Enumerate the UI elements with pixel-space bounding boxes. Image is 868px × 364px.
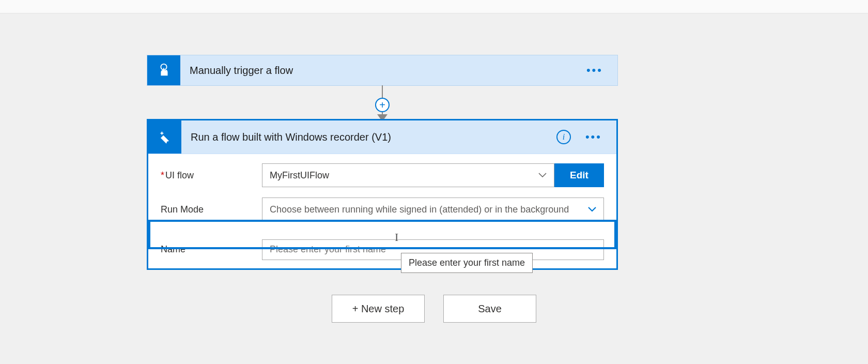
trigger-menu-icon[interactable]: ••• — [586, 68, 603, 73]
chevron-down-icon — [588, 207, 596, 212]
edit-button[interactable]: Edit — [554, 163, 604, 187]
cursor-sparkle-icon — [148, 120, 181, 154]
uiflow-label: *UI flow — [161, 170, 262, 181]
chevron-down-icon — [538, 173, 547, 178]
action-card: Run a flow built with Windows recorder (… — [147, 119, 618, 270]
uiflow-value: MyFirstUIFlow — [270, 170, 329, 181]
save-button[interactable]: Save — [443, 295, 536, 323]
runmode-label: Run Mode — [161, 204, 262, 215]
bottom-actions: + New step Save — [0, 295, 868, 323]
name-label: Name — [161, 244, 262, 255]
app-top-strip — [0, 0, 868, 13]
uiflow-row: *UI flow MyFirstUIFlow Edit — [161, 163, 604, 187]
required-asterisk: * — [161, 170, 164, 180]
name-row: Name — [148, 237, 616, 262]
runmode-placeholder: Choose between running while signed in (… — [270, 204, 569, 215]
action-form: *UI flow MyFirstUIFlow Edit Run Mode — [148, 154, 616, 237]
uiflow-select[interactable]: MyFirstUIFlow — [262, 163, 554, 187]
action-title: Run a flow built with Windows recorder (… — [181, 120, 556, 154]
connector: + — [380, 85, 384, 120]
trigger-card[interactable]: Manually trigger a flow ••• — [147, 55, 618, 86]
runmode-row: Run Mode Choose between running while si… — [161, 198, 604, 221]
runmode-select[interactable]: Choose between running while signed in (… — [262, 198, 604, 221]
trigger-title: Manually trigger a flow — [180, 55, 586, 85]
name-tooltip: Please enter your first name — [401, 253, 533, 273]
action-menu-icon[interactable]: ••• — [585, 134, 602, 140]
add-step-button[interactable]: + — [375, 98, 390, 112]
new-step-button[interactable]: + New step — [332, 295, 425, 323]
info-icon[interactable]: i — [556, 130, 571, 144]
touch-icon — [147, 55, 180, 85]
action-header[interactable]: Run a flow built with Windows recorder (… — [148, 120, 616, 154]
